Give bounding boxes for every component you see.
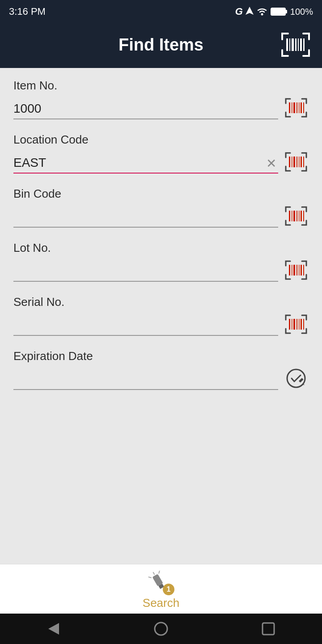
- svg-rect-41: [293, 319, 295, 330]
- svg-rect-40: [292, 319, 292, 330]
- barcode-icon-serial-no: [284, 314, 308, 335]
- location-code-barcode-button[interactable]: [284, 150, 309, 174]
- barcode-icon-lot-no: [284, 260, 308, 280]
- svg-rect-43: [299, 319, 300, 330]
- svg-rect-36: [299, 265, 300, 275]
- svg-rect-33: [292, 265, 292, 275]
- svg-rect-39: [289, 319, 290, 330]
- svg-rect-9: [300, 38, 302, 51]
- barcode-scanner-icon: [280, 31, 311, 58]
- nav-home-icon: [153, 621, 169, 637]
- expiration-date-label: Expiration Date: [13, 349, 309, 363]
- item-no-label: Item No.: [13, 79, 309, 93]
- nav-recent-button[interactable]: [255, 615, 282, 642]
- location-code-row: ✕: [13, 150, 309, 174]
- svg-rect-22: [299, 157, 300, 167]
- barcode-icon-bin-code: [284, 206, 308, 226]
- header-barcode-button[interactable]: [280, 31, 311, 58]
- item-no-barcode-button[interactable]: [284, 96, 309, 119]
- svg-rect-28: [297, 211, 297, 221]
- svg-rect-12: [292, 102, 292, 113]
- svg-rect-44: [301, 319, 302, 330]
- bin-code-label: Bin Code: [13, 187, 309, 201]
- svg-rect-17: [303, 102, 304, 113]
- svg-line-51: [153, 572, 155, 574]
- svg-rect-24: [303, 157, 304, 167]
- app-header: Find Items: [0, 23, 322, 68]
- nav-bar: [0, 614, 322, 644]
- nav-home-button[interactable]: [148, 615, 174, 642]
- svg-rect-5: [289, 38, 290, 51]
- svg-rect-14: [297, 102, 297, 113]
- svg-rect-38: [303, 265, 304, 275]
- nav-back-button[interactable]: [40, 615, 67, 642]
- battery-icon: [271, 7, 288, 16]
- nav-back-icon: [46, 621, 62, 637]
- field-group-bin-code: Bin Code: [13, 187, 309, 228]
- svg-line-53: [158, 571, 160, 573]
- expiration-date-input[interactable]: [13, 369, 278, 390]
- serial-no-input-wrap: [13, 315, 278, 336]
- barcode-icon-location-code: [284, 152, 308, 172]
- bottom-bar: 1 Search: [0, 564, 322, 614]
- search-button[interactable]: 1 Search: [0, 564, 322, 614]
- expiration-date-row: [13, 367, 309, 390]
- svg-rect-3: [285, 10, 287, 13]
- svg-rect-45: [303, 319, 304, 330]
- serial-no-barcode-button[interactable]: [284, 313, 309, 336]
- status-time: 3:16 PM: [9, 6, 46, 17]
- svg-rect-20: [293, 157, 295, 167]
- location-icon: [246, 7, 254, 17]
- field-group-expiration-date: Expiration Date: [13, 349, 309, 390]
- svg-point-55: [155, 623, 167, 635]
- field-group-item-no: Item No.: [13, 79, 309, 119]
- lot-no-barcode-button[interactable]: [284, 258, 309, 282]
- svg-rect-4: [286, 38, 288, 51]
- page-title: Find Items: [42, 35, 280, 55]
- nav-recent-icon: [261, 622, 275, 636]
- location-code-input[interactable]: [13, 153, 278, 174]
- svg-rect-56: [263, 623, 274, 635]
- lot-no-input[interactable]: [13, 261, 278, 282]
- svg-rect-30: [301, 211, 302, 221]
- bin-code-row: [13, 204, 309, 228]
- svg-rect-32: [289, 265, 290, 275]
- item-no-input[interactable]: [13, 99, 278, 119]
- svg-rect-34: [293, 265, 295, 275]
- bin-code-input[interactable]: [13, 207, 278, 228]
- svg-rect-18: [289, 157, 290, 167]
- search-badge: 1: [163, 584, 174, 595]
- field-group-serial-no: Serial No.: [13, 295, 309, 336]
- bin-code-barcode-button[interactable]: [284, 204, 309, 228]
- search-label: Search: [143, 596, 179, 610]
- item-no-row: [13, 96, 309, 119]
- svg-point-1: [261, 13, 263, 16]
- field-group-lot-no: Lot No.: [13, 241, 309, 282]
- svg-rect-8: [298, 38, 299, 51]
- svg-rect-13: [293, 102, 295, 113]
- svg-line-52: [149, 576, 151, 578]
- expiration-date-edit-button[interactable]: [284, 367, 309, 390]
- expiration-date-input-wrap: [13, 369, 278, 390]
- svg-rect-42: [297, 319, 297, 330]
- serial-no-row: [13, 313, 309, 336]
- svg-rect-25: [289, 211, 290, 221]
- svg-rect-10: [303, 38, 305, 51]
- svg-rect-37: [301, 265, 302, 275]
- barcode-icon-item-no: [284, 97, 308, 118]
- svg-rect-35: [297, 265, 297, 275]
- svg-rect-16: [301, 102, 302, 113]
- svg-rect-47: [299, 378, 304, 383]
- status-icons: G 100%: [235, 6, 313, 17]
- status-bar: 3:16 PM G 100%: [0, 0, 322, 23]
- svg-marker-0: [246, 7, 254, 15]
- svg-rect-6: [292, 38, 294, 51]
- serial-no-input[interactable]: [13, 315, 278, 336]
- svg-rect-23: [301, 157, 302, 167]
- svg-rect-21: [297, 157, 297, 167]
- field-group-location-code: Location Code ✕: [13, 133, 309, 174]
- lot-no-label: Lot No.: [13, 241, 309, 255]
- location-code-clear-button[interactable]: ✕: [266, 156, 276, 171]
- item-no-input-wrap: [13, 99, 278, 119]
- svg-rect-19: [292, 157, 292, 167]
